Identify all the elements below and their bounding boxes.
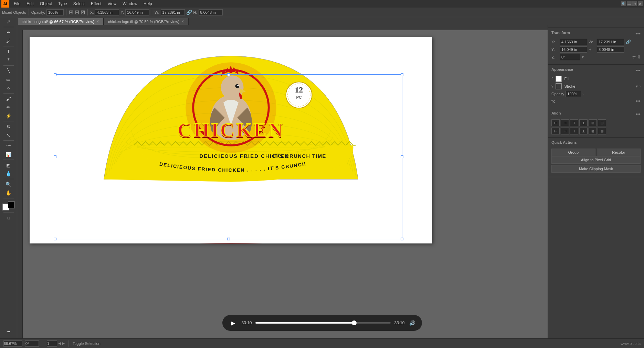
- eyedropper-tool[interactable]: 💧: [2, 170, 15, 178]
- volume-button[interactable]: 🔊: [408, 319, 416, 327]
- distribute-v-btn[interactable]: ⊞: [589, 128, 597, 134]
- align-left-edges-btn[interactable]: ⊢: [551, 119, 560, 126]
- tab-chicken-logo-ai[interactable]: chicken logo.ai* @ 66.67 % (RGB/Preview)…: [17, 18, 104, 25]
- menu-edit[interactable]: Edit: [24, 1, 36, 7]
- distribute-left-btn[interactable]: ⊢: [551, 128, 560, 134]
- search-icon[interactable]: 🔍: [621, 1, 626, 6]
- curvature-tool[interactable]: 🖊: [2, 37, 15, 45]
- line-tool[interactable]: ╲: [2, 67, 15, 75]
- canvas-area[interactable]: // Generated via CSS only approach — dec…: [17, 25, 548, 338]
- play-button[interactable]: ▶: [228, 318, 238, 328]
- menu-type[interactable]: Type: [55, 1, 70, 7]
- angle-field[interactable]: [560, 54, 580, 60]
- align-vertical-centers-btn[interactable]: ⊞: [589, 119, 597, 126]
- y-field[interactable]: [560, 46, 587, 53]
- zoom-tool[interactable]: 🔍: [2, 180, 15, 188]
- h-input[interactable]: [199, 9, 223, 15]
- fill-swatch[interactable]: [556, 76, 562, 82]
- align-right-edges-btn[interactable]: ⊤: [570, 119, 578, 126]
- touch-type-tool[interactable]: ᵀ: [2, 56, 15, 64]
- menu-view[interactable]: View: [105, 1, 119, 7]
- w-input[interactable]: [161, 9, 185, 15]
- scale-tool[interactable]: ⤡: [2, 131, 15, 139]
- stroke-chevron-icon[interactable]: ▾: [636, 84, 638, 89]
- pencil-tool[interactable]: ✏: [2, 103, 15, 111]
- question-icon: ?: [551, 77, 553, 81]
- paintbrush-tool[interactable]: 🖌: [2, 95, 15, 103]
- quick-actions-title: Quick Actions: [551, 140, 577, 144]
- link-proportions-icon[interactable]: 🔗: [186, 10, 192, 15]
- menu-effect[interactable]: Effect: [88, 1, 104, 7]
- graph-tool[interactable]: 📊: [2, 150, 15, 159]
- distribute-h-btn[interactable]: ⊣: [561, 128, 569, 134]
- y-input[interactable]: [125, 9, 149, 15]
- distribute-right-btn[interactable]: ⊤: [570, 128, 578, 134]
- hand-tool[interactable]: ✋: [2, 189, 15, 197]
- progress-thumb[interactable]: [352, 320, 357, 325]
- align-icon-2[interactable]: ⊟: [75, 9, 79, 15]
- more-tools[interactable]: •••: [2, 327, 15, 336]
- ellipse-tool[interactable]: ○: [2, 84, 15, 92]
- menu-window[interactable]: Window: [120, 1, 140, 7]
- x-label: X:: [90, 10, 94, 14]
- artboard-input[interactable]: [47, 340, 57, 347]
- menu-help[interactable]: Help: [141, 1, 155, 7]
- recolor-button[interactable]: Recolor: [597, 149, 641, 156]
- flip-vertical-icon[interactable]: ⇅: [637, 55, 641, 59]
- flip-horizontal-icon[interactable]: ⇄: [632, 55, 636, 59]
- align-icon-1[interactable]: ⊞: [69, 9, 73, 15]
- align-top-edges-btn[interactable]: ⊥: [579, 119, 588, 126]
- x-input[interactable]: [95, 9, 119, 15]
- align-more-icon[interactable]: •••: [635, 111, 641, 117]
- fx-label[interactable]: fx: [551, 99, 555, 104]
- align-icon-3[interactable]: ⊠: [81, 9, 85, 15]
- stroke-swatch[interactable]: [556, 83, 562, 89]
- pen-tool[interactable]: ✒: [2, 28, 15, 36]
- rectangle-tool[interactable]: ▭: [2, 75, 15, 84]
- menu-object[interactable]: Object: [37, 1, 55, 7]
- make-clipping-mask-button[interactable]: Make Clipping Mask: [551, 165, 641, 173]
- transform-expand-icon[interactable]: •••: [635, 31, 641, 36]
- change-screen-mode[interactable]: ◻: [2, 214, 15, 222]
- tab-close-icon[interactable]: ✕: [96, 20, 99, 23]
- link-proportions-icon[interactable]: 🔗: [626, 40, 631, 44]
- w-field[interactable]: [597, 39, 624, 45]
- h-field[interactable]: [597, 46, 624, 53]
- stroke-expand-icon[interactable]: ›: [639, 84, 641, 89]
- artboard-next-icon[interactable]: ▶: [62, 341, 65, 346]
- opacity-expand-icon[interactable]: ›: [582, 92, 583, 96]
- foreground-color[interactable]: [8, 202, 15, 208]
- minimize-button[interactable]: —: [627, 1, 632, 6]
- opacity-input[interactable]: [46, 9, 64, 15]
- maximize-button[interactable]: □: [632, 1, 637, 6]
- window-controls: 🔍 — □ ✕: [621, 1, 643, 6]
- artboard-prev-icon[interactable]: ◀: [58, 341, 61, 346]
- progress-bar[interactable]: [255, 322, 391, 324]
- align-horizontal-centers-btn[interactable]: ⊣: [561, 119, 569, 126]
- gradient-tool[interactable]: ◩: [2, 161, 15, 169]
- close-button[interactable]: ✕: [638, 1, 643, 6]
- menu-file[interactable]: File: [11, 1, 23, 7]
- zoom-control[interactable]: [3, 340, 22, 347]
- add-fx-icon[interactable]: •••: [635, 98, 641, 104]
- shaper-tool[interactable]: ⚡: [2, 112, 15, 120]
- appearance-more-icon[interactable]: •••: [635, 68, 641, 73]
- angle-input[interactable]: [25, 340, 39, 347]
- tab-chicken-logo-tif[interactable]: chicken logo.tif @ 70.59 % (RGB/Preview)…: [104, 18, 189, 25]
- rotate-tool[interactable]: ↻: [2, 122, 15, 131]
- warp-tool[interactable]: 〜: [2, 142, 15, 150]
- menu-select[interactable]: Select: [71, 1, 87, 7]
- zoom-input[interactable]: [3, 340, 22, 347]
- chevron-down-icon[interactable]: ▾: [582, 55, 584, 59]
- group-button[interactable]: Group: [551, 149, 595, 156]
- tab-close-icon[interactable]: ✕: [181, 20, 184, 23]
- x-field[interactable]: [560, 39, 587, 45]
- align-bottom-edges-btn[interactable]: ⊟: [598, 119, 606, 126]
- type-tool[interactable]: T: [2, 47, 15, 56]
- distribute-top-btn[interactable]: ⊥: [579, 128, 588, 134]
- h-label: H:: [589, 47, 595, 52]
- direct-selection-tool[interactable]: ↗: [2, 18, 15, 26]
- opacity-field[interactable]: [566, 91, 581, 97]
- align-pixel-grid-button[interactable]: Align to Pixel Grid: [551, 156, 641, 164]
- distribute-bottom-btn[interactable]: ⊟: [598, 128, 606, 134]
